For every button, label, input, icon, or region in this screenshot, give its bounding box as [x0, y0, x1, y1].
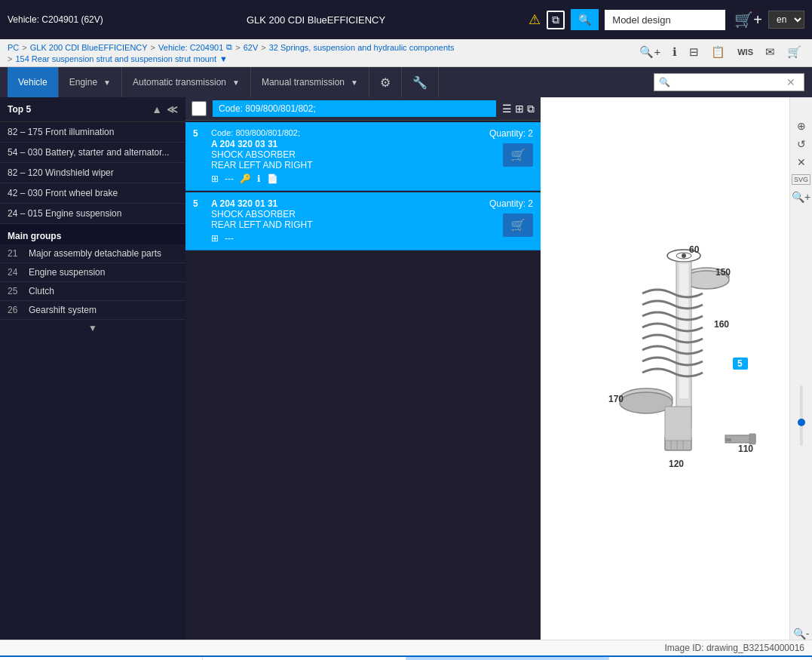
- info-icon-1[interactable]: ℹ: [257, 173, 261, 184]
- info-button[interactable]: ℹ: [670, 44, 680, 60]
- nav-search: 🔍 ✕: [654, 73, 804, 91]
- tab-engine[interactable]: Engine ▼: [59, 67, 122, 97]
- sidebar-item-54-030[interactable]: 54 – 030 Battery, starter and alternator…: [0, 143, 185, 163]
- zoom-slider-thumb[interactable]: [798, 419, 805, 426]
- nav-search-input[interactable]: [673, 77, 786, 87]
- part-qty-1: Quantity: 2: [489, 128, 533, 139]
- sidebar-group-25[interactable]: 25 Clutch: [0, 282, 185, 301]
- svg-rect-11: [749, 434, 755, 444]
- tab-wrench-icon[interactable]: 🔧: [402, 67, 439, 97]
- bc-pc[interactable]: PC: [8, 43, 19, 52]
- warning-icon[interactable]: ⚠: [529, 11, 541, 28]
- copy-icon[interactable]: ⧉: [547, 11, 565, 29]
- sidebar-item-82-175[interactable]: 82 – 175 Front illumination: [0, 122, 185, 143]
- tab-gear-icon[interactable]: ⚙: [369, 67, 402, 97]
- sidebar-item-42-030[interactable]: 42 – 030 Front wheel brake: [0, 183, 185, 204]
- add-to-cart-1[interactable]: 🛒: [503, 143, 533, 167]
- tab-auto-trans[interactable]: Automatic transmission ▼: [122, 67, 251, 97]
- part-info-1: Code: 809/800/801/802; A 204 320 03 31 S…: [211, 128, 483, 184]
- language-select[interactable]: en: [768, 11, 804, 29]
- part-dots-2: ---: [225, 233, 234, 244]
- bc-springs[interactable]: 32 Springs, suspension and hydraulic com…: [269, 43, 455, 52]
- vehicle-info: Vehicle: C204901 (62V): [8, 14, 103, 25]
- thumb-060[interactable]: 060 Front torsion bar ✎: [203, 657, 406, 660]
- breadcrumb-dropdown-icon[interactable]: ▼: [219, 54, 228, 63]
- search-button[interactable]: 🔍: [571, 9, 599, 30]
- tab-manual-arrow: ▼: [351, 78, 358, 87]
- nav-search-icon: 🔍: [659, 77, 670, 87]
- zoom-out-icon[interactable]: 🔍-: [793, 628, 810, 640]
- thumb-165[interactable]: 165 Rear torsion bar ✎: [609, 657, 812, 660]
- breadcrumb-row2: > 154 Rear suspension strut and suspensi…: [8, 54, 455, 63]
- svg-text:60: 60: [689, 244, 700, 255]
- top5-collapse-icon[interactable]: ▲: [152, 103, 162, 115]
- history-icon[interactable]: ↺: [797, 138, 806, 150]
- svg-text:120: 120: [669, 459, 684, 469]
- image-id-label: Image ID: drawing_B32154000016: [665, 643, 804, 653]
- center-panel: Code: 809/800/801/802; ☰ ⊞ ⧉ 5 Code: 809…: [185, 97, 541, 640]
- filter-button[interactable]: ⊟: [686, 44, 702, 60]
- sidebar-group-24[interactable]: 24 Engine suspension: [0, 263, 185, 282]
- target-icon[interactable]: ⊕: [797, 120, 806, 132]
- doc-button[interactable]: 📋: [708, 44, 728, 60]
- top-bar: Vehicle: C204901 (62V) GLK 200 CDI BlueE…: [0, 0, 812, 39]
- group-label-25: Clutch: [29, 286, 54, 296]
- part-name2-1: REAR LEFT AND RIGHT: [211, 160, 483, 170]
- group-num-24: 24: [8, 267, 23, 278]
- doc-icon-1[interactable]: 📄: [267, 173, 278, 184]
- top5-label: Top 5: [8, 104, 31, 115]
- zoom-in-icon[interactable]: 🔍+: [792, 191, 810, 203]
- cart-add-icon[interactable]: 🛒+: [734, 11, 762, 29]
- tab-manual-trans[interactable]: Manual transmission ▼: [251, 67, 369, 97]
- part-name-1: SHOCK ABSORBER: [211, 149, 483, 160]
- part-name2-2: REAR LEFT AND RIGHT: [211, 219, 483, 230]
- sidebar: Top 5 ▲ ≪ 82 – 175 Front illumination 54…: [0, 97, 185, 640]
- thumb-054[interactable]: 054 Front suspension strut and suspensio…: [0, 657, 203, 660]
- part-qty-2: Quantity: 2: [489, 198, 533, 209]
- svg-icon[interactable]: SVG: [792, 174, 810, 185]
- table-icon-2[interactable]: ⊞: [211, 233, 219, 244]
- svg-text:160: 160: [714, 319, 729, 330]
- sidebar-item-24-015[interactable]: 24 – 015 Engine suspension: [0, 204, 185, 224]
- add-to-cart-2[interactable]: 🛒: [503, 213, 533, 237]
- model-design-input[interactable]: [605, 10, 725, 30]
- part-code-1: A 204 320 03 31: [211, 139, 483, 149]
- bc-rear-suspension[interactable]: 154 Rear suspension strut and suspension…: [15, 54, 216, 63]
- thumb-154[interactable]: 154 Rear suspension strut and suspension…: [406, 657, 609, 660]
- wis-button[interactable]: WIS: [734, 46, 756, 58]
- nav-search-clear[interactable]: ✕: [786, 76, 795, 88]
- sidebar-group-26[interactable]: 26 Gearshift system: [0, 301, 185, 320]
- panel-icon[interactable]: ⧉: [527, 103, 535, 115]
- bc-model[interactable]: GLK 200 CDI BlueEFFICIENCY: [30, 43, 148, 52]
- select-all-checkbox[interactable]: [192, 101, 207, 116]
- parts-list: 5 Code: 809/800/801/802; A 204 320 03 31…: [185, 121, 541, 640]
- grid-view-icon[interactable]: ⊞: [515, 103, 524, 115]
- part-dots-1: ---: [225, 173, 234, 184]
- table-icon-1[interactable]: ⊞: [211, 173, 219, 184]
- bc-vehicle[interactable]: Vehicle: C204901: [158, 43, 223, 52]
- top5-menu-icon[interactable]: ≪: [167, 103, 178, 115]
- thumb-165-label: 165 Rear torsion bar ✎: [609, 657, 811, 660]
- sidebar-item-82-120[interactable]: 82 – 120 Windshield wiper: [0, 163, 185, 183]
- bc-voltage[interactable]: 62V: [244, 43, 259, 52]
- part-name-2: SHOCK ABSORBER: [211, 209, 483, 219]
- svg-text:170: 170: [608, 394, 624, 404]
- diagram-image: 60 150 160 170 120 110 5: [541, 97, 812, 640]
- diagram-panel: ✕: [541, 97, 812, 640]
- tab-vehicle[interactable]: Vehicle: [8, 67, 59, 97]
- mail-button[interactable]: ✉: [762, 44, 778, 60]
- svg-rect-16: [665, 407, 691, 441]
- cart-button[interactable]: 🛒: [784, 44, 804, 60]
- top-icons: ⚠ ⧉ 🔍 🛒+ en: [529, 9, 804, 30]
- model-name: GLK 200 CDI BlueEFFICIENCY: [111, 14, 522, 26]
- scroll-down-arrow: ▼: [88, 323, 97, 333]
- part-item-1: 5 Code: 809/800/801/802; A 204 320 03 31…: [185, 122, 541, 191]
- close-panel-icon[interactable]: ✕: [797, 156, 806, 168]
- part-code-2: A 204 320 01 31: [211, 198, 483, 209]
- sidebar-scroll-down[interactable]: ▼: [0, 320, 185, 336]
- key-icon-1[interactable]: 🔑: [240, 173, 251, 184]
- list-view-icon[interactable]: ☰: [502, 103, 512, 115]
- vehicle-copy-icon[interactable]: ⧉: [226, 42, 232, 52]
- zoom-in-button[interactable]: 🔍+: [636, 44, 663, 60]
- sidebar-group-21[interactable]: 21 Major assembly detachable parts: [0, 244, 185, 263]
